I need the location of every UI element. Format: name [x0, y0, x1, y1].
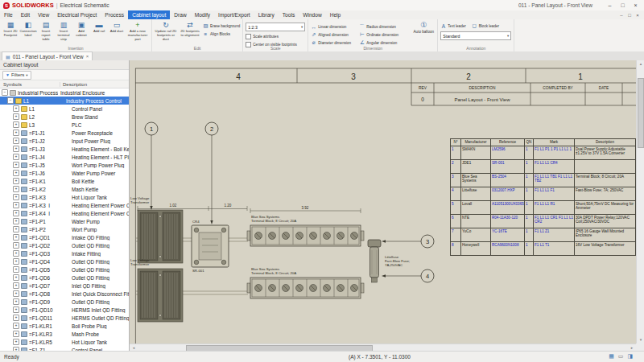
tree-row[interactable]: +=F1-K1Boil Kettle: [0, 177, 129, 185]
menu-import-export[interactable]: Import/Export: [214, 10, 254, 19]
tree-expander-icon[interactable]: −: [2, 89, 8, 96]
tree-row[interactable]: +=F1-QD4Outlet QD Fitting: [0, 257, 129, 265]
tree-expander-icon[interactable]: +: [13, 306, 19, 313]
bom-cell-no[interactable]: 5: [451, 201, 461, 215]
bom-cell-ref[interactable]: BS-2504: [491, 174, 525, 187]
tree-row[interactable]: +=F1-KLR1Boil Probe Plug: [0, 322, 129, 330]
bom-cell-no[interactable]: 3: [451, 174, 461, 187]
menu-process[interactable]: Process: [101, 10, 128, 19]
menu-modify[interactable]: Modify: [191, 10, 214, 19]
tree-row[interactable]: +=F1-J4Heating Element - HLT Plug: [0, 153, 129, 161]
terminal-strip-footprint[interactable]: [247, 278, 364, 298]
radius-dimension-button[interactable]: ⌒ Radius dimension: [359, 23, 411, 30]
bom-cell-qty[interactable]: 1: [525, 146, 534, 160]
filters-button[interactable]: ▼ Filters ▾: [2, 71, 31, 80]
minimize-button[interactable]: –: [605, 1, 615, 10]
bom-cell-no[interactable]: 1: [451, 146, 461, 160]
menu-draw[interactable]: Draw: [170, 10, 190, 19]
tree-expander-icon[interactable]: +: [13, 210, 19, 216]
tree-expander-icon[interactable]: +: [13, 138, 19, 144]
menu-help[interactable]: Help: [326, 10, 345, 19]
bom-cell-qty[interactable]: 1: [525, 242, 534, 256]
footprints-alignment-button[interactable]: ⇄ 2D footprints to alignment: [179, 21, 201, 38]
tree-expander-icon[interactable]: +: [13, 178, 19, 184]
block-leader-button[interactable]: ◻ Block leader: [472, 23, 499, 29]
tree-row[interactable]: +=F1-KLR5Hot Liquor Tank: [0, 338, 129, 346]
bom-cell-qty[interactable]: 1: [525, 160, 534, 174]
tree-expander-icon[interactable]: +: [13, 274, 19, 281]
bom-cell-no[interactable]: 6: [451, 215, 461, 228]
tree-expander-icon[interactable]: +: [13, 234, 19, 241]
panel-icon[interactable]: ◨: [627, 353, 633, 360]
menu-tools[interactable]: Tools: [279, 10, 299, 19]
bom-cell-mark[interactable]: F1 L1 L1 R1: [534, 201, 575, 215]
tree-expander-icon[interactable]: +: [13, 186, 19, 192]
tree-expander-icon[interactable]: +: [13, 242, 19, 249]
bom-cell-ref[interactable]: R04-11A30-120: [491, 215, 525, 228]
bom-cell-qty[interactable]: 1: [525, 215, 534, 228]
tree-expander-icon[interactable]: +: [13, 298, 19, 305]
relay-footprint[interactable]: [192, 225, 229, 267]
menu-view[interactable]: View: [34, 10, 53, 19]
menu-file[interactable]: File: [0, 10, 17, 19]
tree-expander-icon[interactable]: +: [13, 146, 19, 152]
tree-row[interactable]: +=F1-K4_IHeating Element Power Conne...: [0, 209, 129, 217]
tree-row[interactable]: +=F1-QD3Intake Fitting: [0, 249, 129, 257]
close-button[interactable]: ×: [630, 1, 641, 10]
ordinate-dimension-button[interactable]: ⊢ Ordinate dimension: [359, 31, 411, 38]
scrollbar-thumb[interactable]: [638, 78, 644, 148]
bom-cell-mark[interactable]: F1 L1 L1 F1: [534, 187, 575, 201]
transformer-footprint[interactable]: [138, 210, 183, 263]
tree-row[interactable]: +=F1-QD9Outlet QD Fitting: [0, 298, 129, 306]
tree-expander-icon[interactable]: +: [13, 258, 19, 265]
tree-expander-icon[interactable]: +: [13, 290, 19, 297]
tree-row[interactable]: +=F1-J5Wort Pump Power Plug: [0, 161, 129, 169]
display-icon[interactable]: ▦: [609, 353, 614, 360]
vertical-scrollbar[interactable]: ▴ ▾: [636, 60, 644, 343]
bom-cell-qty[interactable]: 1: [525, 201, 534, 215]
diameter-dimension-button[interactable]: ⌀ Diameter dimension: [311, 39, 359, 46]
add-rail-button[interactable]: ▬ Add rail: [91, 21, 107, 34]
drawing-canvas[interactable]: 4 3 2 1 REV DESCRIPTION COMPLETED BY DAT…: [130, 60, 636, 343]
tree-expander-icon[interactable]: +: [13, 218, 19, 224]
connection-label-button[interactable]: ◧ Connection label: [20, 21, 36, 38]
add-duct-button[interactable]: ▭ Add duct: [109, 21, 125, 34]
tree-row[interactable]: +=F1-K2Mash Kettle: [0, 185, 129, 193]
bom-cell-ref[interactable]: LM2596: [491, 146, 525, 160]
bom-cell-mark[interactable]: F1 L1 L1 TB1 F1 L1 L1 TB2: [534, 174, 575, 187]
tree-row[interactable]: −L1Industry Process Control: [0, 97, 129, 105]
tree-expander-icon[interactable]: +: [13, 113, 19, 120]
menu-library[interactable]: Library: [254, 10, 279, 19]
angular-dimension-button[interactable]: ∠ Angular dimension: [359, 39, 411, 46]
bom-cell-no[interactable]: 8: [451, 242, 461, 256]
bom-cell-mark[interactable]: F1 L1 P1 1 P1 L1 L1 1: [534, 146, 575, 160]
tree-expander-icon[interactable]: +: [13, 162, 19, 168]
align-blocks-button[interactable]: ≡ Align Blocks: [203, 31, 240, 37]
tree-row[interactable]: +=F1-QD11HERMS Outlet QD Fitting: [0, 314, 129, 322]
tree-row[interactable]: +=F1-QD2Outlet QD Fitting: [0, 241, 129, 249]
tree-row[interactable]: +=F1-J1Power Receptacle: [0, 129, 129, 137]
transformer-footprint[interactable]: [138, 269, 183, 322]
insert-terminal-strip-button[interactable]: ▥ Insert terminal strip: [56, 21, 72, 41]
auto-balloon-button[interactable]: ① Auto balloon: [412, 21, 435, 34]
tree-expander-icon[interactable]: +: [13, 194, 19, 200]
tree-row[interactable]: +L2Brew Stand: [0, 113, 129, 121]
tree-expander-icon[interactable]: +: [13, 331, 19, 337]
tree-row[interactable]: +=F1-J3Heating Element - Boil Kettle Pl.…: [0, 145, 129, 153]
bom-cell-ref[interactable]: 0312007.HXP: [491, 187, 525, 201]
tree-row[interactable]: +=F1-P1Water Pump: [0, 217, 129, 225]
tree-row[interactable]: +=F1-J2Input Power Plug: [0, 137, 129, 145]
doc-restore-button[interactable]: □: [625, 13, 634, 18]
menu-cabinet-layout[interactable]: Cabinet layout: [128, 10, 170, 19]
update-rail-footprints-button[interactable]: ↻ Update rail 2D footprints or duct: [155, 21, 177, 41]
scale-combo[interactable]: 1:2:3 ▾: [246, 23, 305, 31]
tree-expander-icon[interactable]: +: [13, 130, 19, 136]
terminal-strip-footprint[interactable]: [247, 225, 364, 246]
tree-row[interactable]: +=F1-QD10HERMS Inlet QD Fitting: [0, 306, 129, 314]
bom-cell-qty[interactable]: 1: [525, 174, 534, 187]
tree-expander-icon[interactable]: +: [13, 266, 19, 273]
tree-row[interactable]: +=F1-K3Hot Liquor Tank: [0, 193, 129, 201]
bom-cell-mark[interactable]: F1 L1 L1 CR4: [534, 160, 575, 174]
tree-expander-icon[interactable]: +: [13, 323, 19, 329]
document-tab[interactable]: ▤ 011 - Panel Layout - Front View ×: [2, 51, 93, 60]
